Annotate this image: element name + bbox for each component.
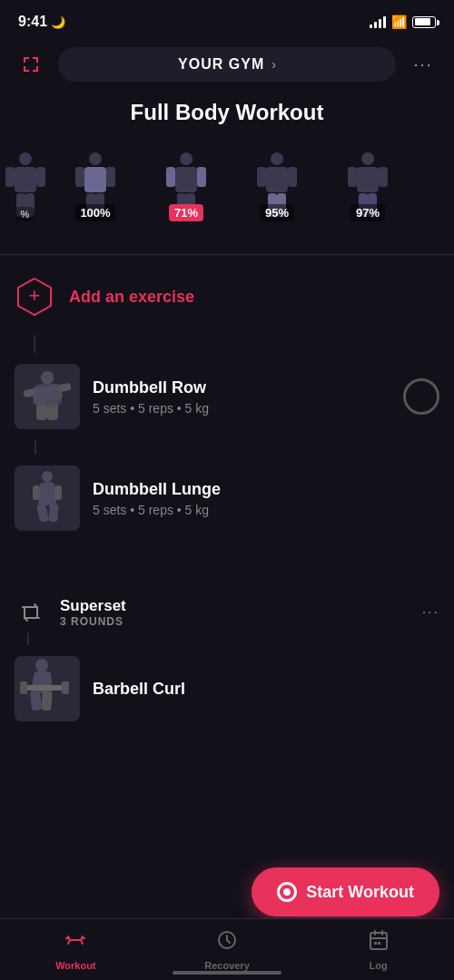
workout-title: Full Body Workout: [0, 93, 454, 140]
gym-chevron-icon: ›: [271, 57, 276, 72]
svg-point-6: [89, 152, 102, 165]
svg-point-39: [42, 371, 53, 382]
svg-rect-19: [266, 167, 288, 192]
muscle-pct-1: 100%: [74, 204, 115, 221]
svg-text:+: +: [29, 284, 41, 307]
muscle-card-1[interactable]: 100%: [50, 140, 141, 240]
exercise-list: + Add an exercise: [0, 262, 454, 542]
more-options-button[interactable]: ···: [407, 48, 439, 81]
barbell-info: Barbell Curl: [93, 680, 425, 699]
nav-label-recovery: Recovery: [204, 960, 250, 971]
superset-connector: [27, 632, 29, 645]
exercise-check-dumbbell-row[interactable]: [403, 378, 439, 415]
nav-label-log: Log: [370, 960, 388, 971]
section-divider: [0, 254, 454, 255]
muscle-pct-2: 71%: [169, 204, 203, 221]
record-dot: [283, 888, 291, 896]
status-time: 9:41: [18, 14, 47, 30]
muscle-card-4[interactable]: 97%: [322, 140, 413, 240]
superset-more-button[interactable]: ···: [422, 604, 439, 621]
recovery-nav-icon: [216, 929, 238, 956]
svg-rect-43: [48, 504, 59, 523]
svg-rect-50: [22, 685, 67, 691]
workout-nav-icon: [64, 929, 86, 956]
home-indicator: [173, 971, 281, 975]
muscle-card-2[interactable]: 71%: [141, 140, 232, 240]
superset-header: Superset 3 ROUNDS ···: [15, 596, 439, 632]
svg-rect-51: [20, 681, 27, 694]
svg-point-12: [180, 152, 192, 165]
exercise-thumb-dumbbell-row: [15, 364, 80, 429]
svg-rect-3: [36, 167, 45, 187]
exercise-item-dumbbell-row[interactable]: Dumbbell Row 5 sets • 5 reps • 5 kg: [15, 353, 439, 440]
svg-rect-8: [75, 167, 84, 187]
nav-item-recovery[interactable]: Recovery: [152, 922, 303, 978]
wifi-icon: 📶: [391, 15, 407, 29]
exercise-meta-dumbbell-lunge: 5 sets • 5 reps • 5 kg: [93, 503, 439, 517]
svg-point-41: [42, 471, 53, 482]
exercise-info-dumbbell-lunge: Dumbbell Lunge 5 sets • 5 reps • 5 kg: [93, 480, 439, 517]
svg-rect-26: [348, 167, 357, 187]
svg-rect-48: [30, 691, 42, 711]
svg-rect-9: [106, 167, 115, 187]
superset-section: Superset 3 ROUNDS ··· Barbell Curl: [0, 578, 454, 732]
add-exercise-hex-icon: +: [15, 277, 54, 317]
svg-rect-15: [197, 167, 206, 187]
start-workout-button[interactable]: Start Workout: [252, 867, 439, 916]
svg-point-18: [271, 152, 283, 165]
svg-rect-45: [54, 485, 62, 500]
log-nav-icon: [368, 929, 390, 956]
nav-label-workout: Workout: [55, 960, 95, 971]
barbell-curl-item[interactable]: Barbell Curl: [15, 645, 439, 732]
exercise-meta-dumbbell-row: 5 sets • 5 reps • 5 kg: [93, 401, 390, 416]
exercise-item-dumbbell-lunge[interactable]: Dumbbell Lunge 5 sets • 5 reps • 5 kg: [15, 455, 439, 542]
barbell-name: Barbell Curl: [93, 680, 425, 699]
svg-rect-44: [33, 485, 40, 500]
svg-point-24: [361, 152, 374, 165]
muscle-pct-4: 97%: [350, 204, 385, 221]
svg-rect-14: [166, 167, 175, 187]
start-workout-label: Start Workout: [306, 883, 414, 902]
svg-rect-27: [379, 167, 388, 187]
status-bar: 9:41 🌙 📶: [0, 0, 454, 40]
svg-rect-20: [257, 167, 266, 187]
svg-rect-1: [15, 167, 36, 192]
muscle-cards-row: % 100% 71%: [0, 140, 454, 247]
exercise-name-dumbbell-lunge: Dumbbell Lunge: [93, 480, 439, 499]
add-exercise-row[interactable]: + Add an exercise: [15, 262, 439, 335]
status-icons: 📶: [370, 15, 436, 29]
svg-rect-56: [378, 942, 380, 945]
muscle-card-3[interactable]: 95%: [232, 140, 322, 240]
svg-rect-13: [175, 167, 197, 192]
muscle-pct-3: 95%: [260, 204, 294, 221]
svg-rect-25: [357, 167, 379, 192]
superset-info: Superset 3 ROUNDS: [60, 597, 410, 628]
connector-line: [35, 440, 36, 455]
superset-label: Superset: [60, 597, 410, 615]
svg-rect-52: [62, 681, 69, 694]
svg-rect-49: [41, 691, 53, 711]
signal-icon: [370, 15, 386, 28]
barbell-thumb: [15, 656, 80, 721]
svg-rect-54: [370, 933, 387, 949]
svg-rect-55: [374, 942, 377, 945]
gym-label: YOUR GYM: [178, 56, 264, 73]
superset-rounds: 3 ROUNDS: [60, 615, 410, 628]
nav-item-log[interactable]: Log: [302, 922, 454, 978]
muscle-card-0[interactable]: %: [0, 140, 50, 240]
top-nav: YOUR GYM › ···: [0, 40, 454, 93]
repeat-icon: [15, 596, 47, 629]
exercise-thumb-dumbbell-lunge: [15, 466, 80, 531]
svg-rect-21: [288, 167, 297, 187]
battery-icon: [412, 16, 436, 28]
exercise-name-dumbbell-row: Dumbbell Row: [93, 378, 390, 397]
svg-rect-7: [84, 167, 106, 192]
expand-icon[interactable]: [15, 48, 47, 81]
nav-item-workout[interactable]: Workout: [0, 922, 152, 978]
gym-pill[interactable]: YOUR GYM ›: [58, 47, 396, 82]
svg-rect-2: [5, 167, 15, 187]
moon-icon: 🌙: [51, 15, 65, 29]
svg-point-0: [19, 152, 32, 165]
record-icon: [277, 882, 297, 902]
exercise-info-dumbbell-row: Dumbbell Row 5 sets • 5 reps • 5 kg: [93, 378, 390, 416]
